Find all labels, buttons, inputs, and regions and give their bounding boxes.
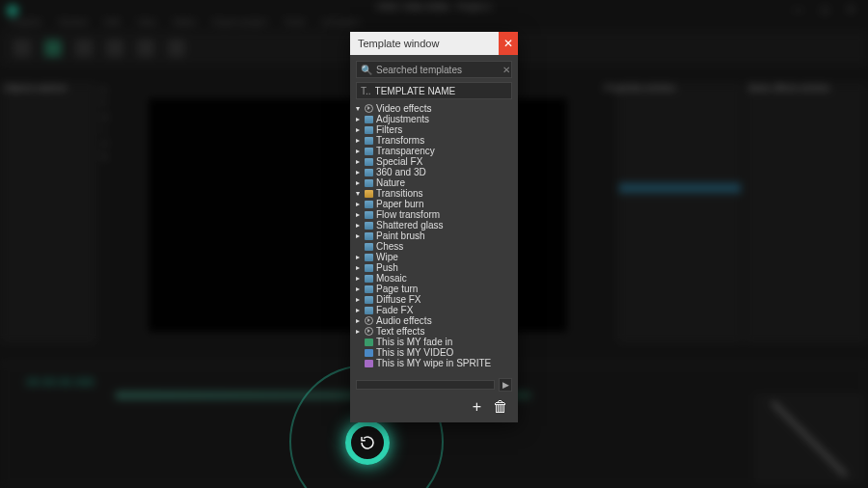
expand-arrow-icon[interactable]: ▸ bbox=[356, 327, 362, 336]
expand-arrow-icon[interactable]: ▸ bbox=[356, 136, 362, 145]
search-input[interactable] bbox=[376, 65, 499, 75]
tree-item-label: Flow transform bbox=[376, 209, 440, 220]
tree-row[interactable]: ▸Filters bbox=[352, 124, 516, 135]
tree-row[interactable]: ▸Transparency bbox=[352, 146, 516, 156]
folder-icon bbox=[365, 296, 373, 304]
tree-row[interactable]: ▸Flow transform bbox=[352, 209, 516, 220]
tree-row[interactable]: ▸Paint brush bbox=[352, 230, 516, 241]
tree-row[interactable]: This is MY fade in bbox=[352, 337, 516, 347]
expand-arrow-icon[interactable]: ▸ bbox=[356, 157, 362, 166]
template-window-modal: Template window ✕ 🔍 ✕ T.. ▾Video effects… bbox=[350, 32, 518, 422]
modal-toolbar: + 🗑 bbox=[350, 395, 518, 422]
tree-item-label: Fade FX bbox=[376, 305, 413, 315]
expand-arrow-icon[interactable]: ▸ bbox=[356, 253, 362, 261]
tree-item-label: Push bbox=[376, 262, 398, 273]
expand-arrow-icon[interactable]: ▾ bbox=[356, 189, 362, 198]
clip-blue-icon bbox=[365, 349, 373, 357]
tree-row[interactable]: ▸Nature bbox=[352, 177, 516, 188]
tree-row[interactable]: ▸Push bbox=[352, 262, 516, 273]
tree-row[interactable]: ▸Paper burn bbox=[352, 199, 516, 209]
tree-row[interactable]: ▾Video effects bbox=[352, 103, 516, 114]
tree-row[interactable]: ▸Audio effects bbox=[352, 315, 516, 326]
folder-icon bbox=[365, 126, 373, 134]
modal-close-button[interactable]: ✕ bbox=[499, 32, 518, 55]
search-icon: 🔍 bbox=[361, 65, 372, 75]
tree-row[interactable]: This is MY VIDEO bbox=[352, 347, 516, 358]
expand-arrow-icon[interactable]: ▸ bbox=[356, 125, 362, 134]
tree-item-label: This is MY VIDEO bbox=[376, 347, 453, 358]
folder-icon bbox=[365, 201, 373, 208]
tree-item-label: Transitions bbox=[376, 188, 423, 199]
expand-arrow-icon[interactable]: ▾ bbox=[356, 104, 362, 113]
tree-row[interactable]: ▸Fade FX bbox=[352, 305, 516, 315]
tree-row[interactable]: ▸Adjustments bbox=[352, 114, 516, 124]
highlight-refresh-button[interactable] bbox=[345, 420, 390, 465]
folder-icon bbox=[365, 232, 373, 240]
tree-item-label: Video effects bbox=[376, 103, 431, 114]
expand-arrow-icon[interactable]: ▸ bbox=[356, 210, 362, 219]
tree-row[interactable]: ▸Page turn bbox=[352, 284, 516, 294]
tree-item-label: Adjustments bbox=[376, 114, 429, 124]
expand-arrow-icon[interactable]: ▸ bbox=[356, 295, 362, 304]
tree-row[interactable]: ▸Wipe bbox=[352, 252, 516, 262]
refresh-icon bbox=[359, 434, 376, 451]
clip-green-icon bbox=[365, 339, 373, 346]
folder-icon bbox=[365, 169, 373, 176]
folder-icon bbox=[365, 264, 373, 272]
folder-icon bbox=[365, 307, 373, 314]
expand-arrow-icon[interactable]: ▸ bbox=[356, 115, 362, 123]
expand-arrow-icon[interactable]: ▸ bbox=[356, 147, 362, 155]
close-icon: ✕ bbox=[503, 37, 513, 50]
tree-item-label: Special FX bbox=[376, 156, 422, 167]
play-icon bbox=[365, 316, 373, 325]
delete-template-button[interactable]: 🗑 bbox=[493, 399, 508, 415]
tree-item-label: Paper burn bbox=[376, 199, 423, 209]
tree-item-label: Diffuse FX bbox=[376, 294, 421, 305]
expand-arrow-icon[interactable]: ▸ bbox=[356, 231, 362, 240]
expand-arrow-icon[interactable]: ▸ bbox=[356, 285, 362, 293]
tree-item-label: Filters bbox=[376, 124, 402, 135]
template-tree[interactable]: ▾Video effects▸Adjustments▸Filters▸Trans… bbox=[350, 103, 518, 370]
tree-row[interactable]: ▾Transitions bbox=[352, 188, 516, 199]
tree-row[interactable]: ▸Shattered glass bbox=[352, 220, 516, 230]
tree-item-label: Wipe bbox=[376, 252, 398, 262]
clip-purple-icon bbox=[365, 360, 373, 367]
tree-row[interactable]: This is MY wipe in SPRITE bbox=[352, 358, 516, 368]
tree-row[interactable]: ▸Diffuse FX bbox=[352, 294, 516, 305]
tree-row[interactable]: ▸Special FX bbox=[352, 156, 516, 167]
tree-item-label: Mosaic bbox=[376, 273, 407, 284]
tree-row[interactable]: ▸360 and 3D bbox=[352, 167, 516, 177]
modal-titlebar: Template window ✕ bbox=[350, 32, 518, 55]
expand-arrow-icon[interactable]: ▸ bbox=[356, 316, 362, 325]
expand-arrow-icon[interactable]: ▸ bbox=[356, 200, 362, 208]
template-name-field[interactable]: T.. bbox=[356, 82, 512, 99]
tree-row[interactable]: ▸Text effects bbox=[352, 326, 516, 337]
folder-icon bbox=[365, 148, 373, 155]
expand-arrow-icon[interactable]: ▸ bbox=[356, 168, 362, 176]
tree-row[interactable]: Chess bbox=[352, 241, 516, 252]
tree-row[interactable]: ▸Mosaic bbox=[352, 273, 516, 284]
name-prefix-label: T.. bbox=[361, 86, 371, 96]
play-icon bbox=[365, 104, 373, 113]
expand-arrow-icon[interactable]: ▸ bbox=[356, 306, 362, 314]
folder-icon bbox=[365, 222, 373, 230]
template-name-input[interactable] bbox=[375, 86, 507, 96]
tree-item-label: Chess bbox=[376, 241, 403, 252]
modal-title: Template window bbox=[358, 38, 439, 49]
tree-item-label: Nature bbox=[376, 177, 405, 188]
folder-open-icon bbox=[365, 190, 373, 198]
slider-next-button[interactable]: ▶ bbox=[499, 378, 512, 392]
tree-row[interactable]: ▸Transforms bbox=[352, 135, 516, 146]
expand-arrow-icon[interactable]: ▸ bbox=[356, 178, 362, 187]
template-search-field[interactable]: 🔍 ✕ bbox=[356, 61, 512, 78]
add-template-button[interactable]: + bbox=[473, 399, 481, 415]
expand-arrow-icon[interactable]: ▸ bbox=[356, 274, 362, 283]
expand-arrow-icon[interactable]: ▸ bbox=[356, 263, 362, 272]
clear-search-icon[interactable]: ✕ bbox=[502, 65, 510, 75]
folder-icon bbox=[365, 179, 373, 187]
folder-icon bbox=[365, 243, 373, 251]
expand-arrow-icon[interactable]: ▸ bbox=[356, 221, 362, 230]
slider-track[interactable] bbox=[356, 380, 495, 390]
tree-item-label: Paint brush bbox=[376, 230, 425, 241]
preview-size-slider[interactable]: ▶ bbox=[356, 378, 512, 392]
